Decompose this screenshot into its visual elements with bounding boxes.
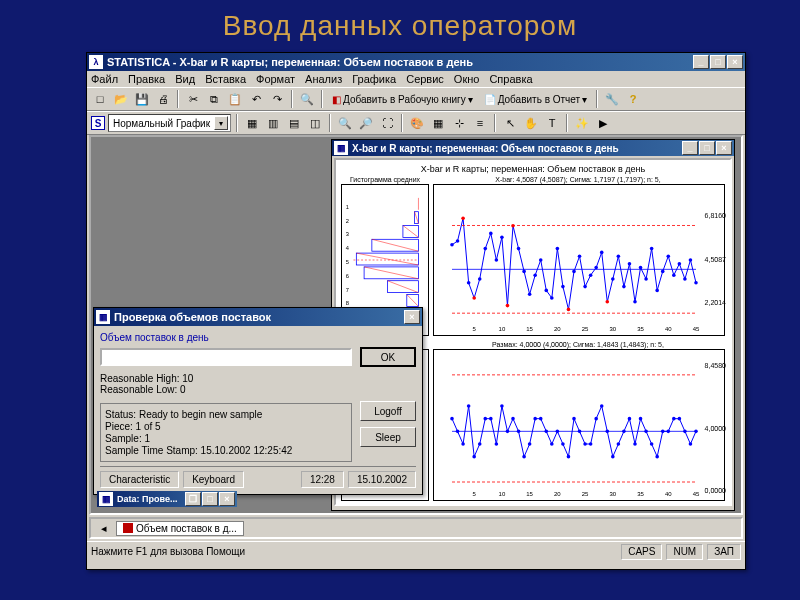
close-button[interactable]: × [727, 55, 743, 69]
svg-point-56 [605, 300, 609, 304]
svg-point-58 [617, 254, 621, 258]
document-tab[interactable]: Объем поставок в д... [116, 521, 244, 536]
svg-text:40: 40 [665, 326, 672, 332]
svg-point-129 [539, 417, 543, 421]
save-icon[interactable]: 💾 [133, 90, 151, 108]
data-window-minimized[interactable]: ▦ Data: Прове... ❐ □ × [97, 491, 237, 507]
menu-view[interactable]: Вид [175, 73, 195, 85]
svg-point-48 [561, 285, 565, 289]
chevron-down-icon[interactable]: ▾ [214, 116, 228, 130]
toolbar-main: □ 📂 💾 🖨 ✂ ⧉ 📋 ↶ ↷ 🔍 ◧Добавить в Рабочую … [87, 87, 745, 111]
add-report-button[interactable]: 📄Добавить в Отчет▾ [480, 94, 591, 105]
tool-icon-3[interactable]: ▤ [285, 114, 303, 132]
menu-file[interactable]: Файл [91, 73, 118, 85]
svg-text:20: 20 [554, 326, 561, 332]
svg-text:20: 20 [554, 491, 561, 497]
pointer-icon[interactable]: ↖ [501, 114, 519, 132]
svg-text:6: 6 [346, 273, 349, 279]
tool-icon-2[interactable]: ▥ [264, 114, 282, 132]
wand-icon[interactable]: ✨ [573, 114, 591, 132]
svg-point-38 [506, 304, 510, 308]
minimize-button[interactable]: _ [693, 55, 709, 69]
date-cell: 15.10.2002 [348, 471, 416, 488]
data-close-button[interactable]: × [219, 492, 235, 506]
chart-titlebar: ▦ X-bar и R карты; переменная: Объем пос… [332, 140, 734, 156]
xbar-hist-label: Гистограмма средних [340, 176, 430, 183]
svg-point-149 [650, 442, 654, 446]
chart-maximize-button[interactable]: □ [699, 141, 715, 155]
status-rec: ЗАП [707, 544, 741, 560]
maximize-button[interactable]: □ [710, 55, 726, 69]
sleep-button[interactable]: Sleep [360, 427, 416, 447]
options-icon[interactable]: 🔧 [603, 90, 621, 108]
redo-icon[interactable]: ↷ [268, 90, 286, 108]
chart-minimize-button[interactable]: _ [682, 141, 698, 155]
input-dialog: ▦ Проверка объемов поставок × Объем пост… [93, 307, 423, 495]
logoff-button[interactable]: Logoff [360, 401, 416, 421]
svg-point-47 [556, 247, 560, 251]
svg-point-29 [456, 239, 460, 243]
time-cell: 12:28 [301, 471, 344, 488]
menu-edit[interactable]: Правка [128, 73, 165, 85]
dialog-close-button[interactable]: × [404, 310, 420, 324]
s-badge-icon: S [91, 116, 105, 130]
range-chart-panel: 51015202530354045 8,4580 4,0000 0,0000 [433, 349, 725, 501]
tab-scroll-left-icon[interactable]: ◂ [95, 519, 113, 537]
undo-icon[interactable]: ↶ [247, 90, 265, 108]
svg-text:40: 40 [665, 491, 672, 497]
svg-point-137 [583, 442, 587, 446]
cut-icon[interactable]: ✂ [184, 90, 202, 108]
grid-icon[interactable]: ▦ [429, 114, 447, 132]
zoom-out-icon[interactable]: 🔎 [357, 114, 375, 132]
tool-icon-1[interactable]: ▦ [243, 114, 261, 132]
paste-icon[interactable]: 📋 [226, 90, 244, 108]
menu-analysis[interactable]: Анализ [305, 73, 342, 85]
svg-point-71 [689, 258, 693, 262]
menu-insert[interactable]: Вставка [205, 73, 246, 85]
chart-close-button[interactable]: × [716, 141, 732, 155]
svg-point-45 [544, 289, 548, 293]
svg-point-43 [533, 273, 537, 277]
menu-format[interactable]: Формат [256, 73, 295, 85]
axes-icon[interactable]: ⊹ [450, 114, 468, 132]
data-maximize-button[interactable]: □ [202, 492, 218, 506]
svg-point-65 [655, 289, 659, 293]
add-workbook-button[interactable]: ◧Добавить в Рабочую книгу▾ [328, 94, 477, 105]
svg-point-119 [483, 417, 487, 421]
svg-point-41 [522, 270, 526, 274]
find-icon[interactable]: 🔍 [298, 90, 316, 108]
text-icon[interactable]: T [543, 114, 561, 132]
menu-window[interactable]: Окно [454, 73, 480, 85]
fit-icon[interactable]: ⛶ [378, 114, 396, 132]
svg-point-69 [678, 262, 682, 266]
chart-window-icon: ▦ [334, 141, 348, 155]
help-icon[interactable]: ? [624, 90, 642, 108]
svg-text:15: 15 [526, 326, 533, 332]
new-icon[interactable]: □ [91, 90, 109, 108]
palette-icon[interactable]: 🎨 [408, 114, 426, 132]
mdi-area: ▦ X-bar и R карты; переменная: Объем пос… [89, 135, 743, 515]
tool-icon-4[interactable]: ◫ [306, 114, 324, 132]
zoom-in-icon[interactable]: 🔍 [336, 114, 354, 132]
menu-help[interactable]: Справка [489, 73, 532, 85]
svg-point-143 [617, 442, 621, 446]
layers-icon[interactable]: ≡ [471, 114, 489, 132]
hand-icon[interactable]: ✋ [522, 114, 540, 132]
svg-point-30 [461, 216, 465, 220]
open-icon[interactable]: 📂 [112, 90, 130, 108]
characteristic-cell: Characteristic [100, 471, 179, 488]
value-input[interactable] [100, 348, 352, 366]
svg-point-50 [572, 270, 576, 274]
print-icon[interactable]: 🖨 [154, 90, 172, 108]
menu-service[interactable]: Сервис [406, 73, 444, 85]
run-icon[interactable]: ▶ [594, 114, 612, 132]
data-window-title: Data: Прове... [117, 494, 185, 504]
tab-chart-icon [123, 523, 133, 533]
menu-graphics[interactable]: Графика [352, 73, 396, 85]
svg-text:45: 45 [693, 326, 700, 332]
data-restore-button[interactable]: ❐ [185, 492, 201, 506]
copy-icon[interactable]: ⧉ [205, 90, 223, 108]
chart-type-combo[interactable]: Нормальный График▾ [108, 114, 231, 132]
xbar-stats-label: X-bar: 4,5087 (4,5087); Сигма: 1,7197 (1… [430, 176, 726, 183]
ok-button[interactable]: OK [360, 347, 416, 367]
